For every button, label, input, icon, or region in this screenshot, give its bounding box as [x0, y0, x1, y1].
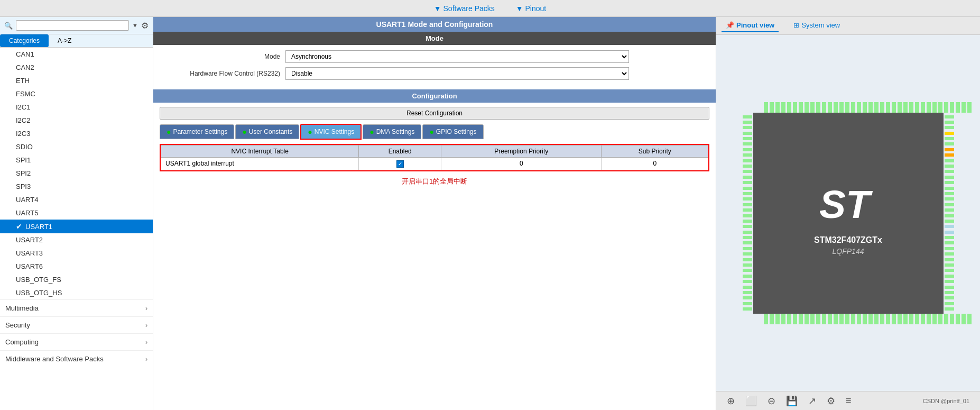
software-packs-link[interactable]: ▼ Software Packs: [434, 4, 495, 13]
pin: [775, 102, 780, 113]
save-icon[interactable]: 💾: [786, 395, 798, 407]
nvic-col-enabled: Enabled: [359, 145, 441, 158]
pin: [921, 314, 925, 324]
export-icon[interactable]: ↗: [808, 395, 816, 407]
config-tab-dma[interactable]: ●DMA Settings: [363, 124, 421, 139]
pin: [799, 102, 803, 113]
settings-icon[interactable]: ⚙: [141, 21, 149, 31]
pin-right: [945, 126, 954, 129]
pin: [898, 102, 902, 113]
pin-right-blue: [945, 231, 954, 234]
pin: [944, 102, 948, 113]
sidebar-item-uart5[interactable]: UART5: [0, 206, 153, 220]
pin-right: [945, 192, 954, 195]
pin: [950, 314, 954, 324]
sidebar-item-fsmc[interactable]: FSMC: [0, 87, 153, 101]
sidebar-section-middlewareandsoftwarepacks[interactable]: Middleware and Software Packs›: [0, 350, 153, 367]
sidebar-section-computing[interactable]: Computing›: [0, 333, 153, 350]
pin-left: [743, 192, 752, 195]
mode-select[interactable]: Asynchronous: [285, 50, 629, 63]
pin: [810, 102, 815, 113]
search-input[interactable]: [16, 20, 129, 31]
nvic-row-enabled[interactable]: ✓: [359, 158, 441, 170]
sidebar-item-can2[interactable]: CAN2: [0, 61, 153, 74]
pin: [816, 314, 820, 324]
sidebar-item-i2c2[interactable]: I2C2: [0, 114, 153, 127]
flow-select[interactable]: Disable: [285, 67, 629, 80]
mode-section: Mode Asynchronous Hardware Flow Control …: [153, 45, 716, 89]
sidebar-section-security[interactable]: Security›: [0, 316, 153, 333]
pin-right: [945, 142, 954, 145]
sidebar-item-i2c3[interactable]: I2C3: [0, 127, 153, 140]
sidebar-item-usart2[interactable]: USART2: [0, 233, 153, 247]
sidebar-item-uart4[interactable]: UART4: [0, 193, 153, 206]
pin: [863, 102, 867, 113]
search-icon: 🔍: [4, 22, 13, 30]
pin: [799, 314, 803, 324]
pin-left: [743, 225, 752, 228]
sidebar-item-spi3[interactable]: SPI3: [0, 180, 153, 193]
pin-left: [743, 187, 752, 190]
pin-right: [945, 241, 954, 244]
sidebar-item-spi1[interactable]: SPI1: [0, 153, 153, 167]
tab-categories[interactable]: Categories: [0, 34, 49, 47]
sidebar-item-spi2[interactable]: SPI2: [0, 167, 153, 180]
sidebar-item-label: USART1: [25, 223, 52, 231]
pin-right: [945, 296, 954, 299]
pin: [927, 314, 931, 324]
config-tab-nvic[interactable]: ●NVIC Settings: [300, 124, 362, 140]
pin: [781, 102, 785, 113]
pin: [793, 314, 797, 324]
pin-right: [945, 159, 954, 162]
config-tab-user[interactable]: ●User Constants: [235, 124, 299, 139]
sidebar-item-usart6[interactable]: USART6: [0, 260, 153, 273]
extra-icon[interactable]: ⚙: [827, 395, 835, 407]
pin: [967, 314, 972, 324]
pin-right: [945, 137, 954, 140]
config-tab-gpio[interactable]: ●GPIO Settings: [422, 124, 483, 139]
sidebar-item-sdio[interactable]: SDIO: [0, 140, 153, 153]
pin-left: [743, 137, 752, 140]
checkbox-checked[interactable]: ✓: [396, 160, 404, 168]
pin-left: [743, 307, 752, 311]
sidebar-item-usart1[interactable]: ✔USART1: [0, 220, 153, 233]
tab-label: DMA Settings: [376, 128, 415, 135]
pin-left: [743, 148, 752, 151]
right-tab-systemview[interactable]: ⊞System view: [789, 19, 844, 32]
sidebar-item-i2c1[interactable]: I2C1: [0, 101, 153, 114]
sidebar-item-usbotghs[interactable]: USB_OTG_HS: [0, 286, 153, 299]
tab-label: User Constants: [249, 128, 293, 135]
right-tab-pinoutview[interactable]: 📌Pinout view: [722, 19, 779, 32]
sidebar-item-can1[interactable]: CAN1: [0, 48, 153, 61]
pin: [868, 102, 873, 113]
pin-right-orange: [945, 153, 954, 157]
pin: [932, 314, 937, 324]
pin-left: [743, 220, 752, 223]
section-label: Security: [5, 321, 30, 329]
dot-icon: ●: [308, 127, 312, 136]
center-panel: USART1 Mode and Configuration Mode Mode …: [153, 17, 716, 410]
config-tab-param[interactable]: ●Parameter Settings: [160, 124, 234, 139]
tab-az[interactable]: A->Z: [49, 34, 80, 47]
pinout-link[interactable]: ▼ Pinout: [516, 4, 546, 13]
sidebar-item-eth[interactable]: ETH: [0, 74, 153, 87]
sidebar-item-usart3[interactable]: USART3: [0, 247, 153, 260]
reset-config-button[interactable]: Reset Configuration: [160, 107, 709, 120]
sidebar-scroll: CAN1CAN2ETHFSMCI2C1I2C2I2C3SDIOSPI1SPI2S…: [0, 48, 153, 410]
pin-right: [945, 263, 954, 267]
tab-label: NVIC Settings: [315, 128, 354, 135]
sidebar-section-multimedia[interactable]: Multimedia›: [0, 299, 153, 316]
pin: [857, 314, 861, 324]
chip-package: LQFP144: [833, 247, 864, 256]
frame-icon[interactable]: ⬜: [745, 395, 757, 407]
nvic-row-sub: 0: [602, 158, 708, 170]
zoom-in-icon[interactable]: ⊕: [727, 395, 735, 407]
pin-right: [945, 280, 954, 283]
search-dropdown[interactable]: ▼: [132, 22, 138, 29]
main-layout: 🔍 ▼ ⚙ Categories A->Z CAN1CAN2ETHFSMCI2C…: [0, 17, 980, 410]
pin-left: [743, 302, 752, 305]
tab-icon: ⊞: [793, 21, 799, 29]
zoom-out-icon[interactable]: ⊖: [768, 395, 775, 407]
extra-icon2[interactable]: ≡: [846, 395, 852, 406]
sidebar-item-usbotgfs[interactable]: USB_OTG_FS: [0, 273, 153, 286]
